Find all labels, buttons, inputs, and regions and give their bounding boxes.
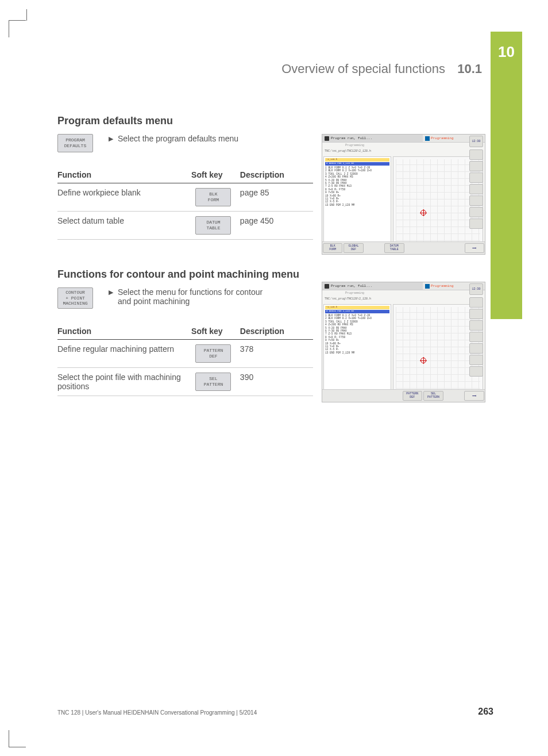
ss-side-button <box>469 184 483 194</box>
ss-highlighted-line: 0 BEGIN PGM 2_128 MM <box>325 162 389 166</box>
ss-side-button <box>469 218 483 229</box>
ss-grid <box>396 307 480 396</box>
screenshot-program-defaults: Program run, full... Programming 12:30 P… <box>322 134 485 255</box>
ss-sel-pattern-button: SEL PATTERN <box>423 391 443 401</box>
ss-file-path: TNC:\nc_prog\TNC128\2_128.h <box>325 149 371 153</box>
section-heading: Functions for contour and point machinin… <box>57 268 488 281</box>
arrow-right-icon <box>325 284 329 289</box>
mode-icon <box>425 284 430 289</box>
ss-side-button <box>469 320 483 331</box>
ss-blk-form-button: BLK FORM <box>323 243 342 253</box>
instruction-text: Select the program defaults menu <box>118 134 238 143</box>
ss-side-button <box>469 161 483 171</box>
page-footer: TNC 128 | User's Manual HEIDENHAIN Conve… <box>57 707 493 717</box>
crosshair-icon <box>420 358 426 363</box>
table-row: Define regular machining pattern PATTERN… <box>57 339 313 367</box>
chapter-number: 10 <box>498 43 515 61</box>
ss-empty-button <box>445 391 464 401</box>
ss-highlighted-line: 0 BEGIN PGM 2_128 MM <box>325 310 389 313</box>
ss-side-button <box>469 207 483 217</box>
ss-arrow-button: ⟶ <box>464 391 484 401</box>
ss-empty-button <box>425 243 443 253</box>
ss-code-line: 13 END PGM 2_128 MM <box>325 351 389 354</box>
pattern-def-softkey: PATTERN DEF <box>195 344 231 363</box>
ss-empty-button <box>383 391 402 401</box>
ss-arrow-button: ⟶ <box>465 243 484 253</box>
ss-empty-button <box>406 243 424 253</box>
section-heading: Program defaults menu <box>57 115 488 127</box>
ss-side-button <box>469 172 483 183</box>
ss-file-tab: →2_128.h <box>325 306 389 309</box>
page-header: Overview of special functions 10.1 <box>281 62 482 76</box>
ss-side-button <box>469 332 483 342</box>
cell-function: Select the point file with machining pos… <box>57 367 191 396</box>
ss-subtitle: Programming <box>345 144 364 147</box>
th-softkey: Soft key <box>191 167 240 183</box>
ss-empty-button <box>365 243 383 253</box>
table-row: Select the point file with machining pos… <box>57 367 313 396</box>
ss-softkey-bar: BLK FORM GLOBAL DEF DATUM TABLE ⟶ <box>322 241 485 254</box>
arrow-icon: ▶ <box>109 135 113 143</box>
ss-side-button <box>469 149 483 160</box>
cell-function: Define regular machining pattern <box>57 339 191 367</box>
header-title-text: Overview of special functions <box>281 62 445 76</box>
ss-empty-button <box>445 243 463 253</box>
ss-side-button <box>469 195 483 206</box>
ss-empty-button <box>323 391 342 401</box>
footer-text: TNC 128 | User's Manual HEIDENHAIN Conve… <box>57 709 257 716</box>
th-description: Description <box>240 323 313 340</box>
chapter-tab: 10 <box>491 32 522 319</box>
crosshair-icon <box>420 210 426 216</box>
table-row: Define workpiece blank BLK FORM page 85 <box>57 183 313 212</box>
ss-softkey-bar: PATTERN DEF SEL PATTERN ⟶ <box>322 389 485 402</box>
cell-description: page 85 <box>240 183 313 212</box>
header-section-number: 10.1 <box>457 62 482 76</box>
crop-mark-top-left <box>9 20 26 37</box>
page-number: 263 <box>478 707 493 717</box>
ss-empty-button <box>362 391 381 401</box>
ss-title-left: Program run, full... <box>322 135 423 142</box>
ss-file-tab: →2_128.h <box>325 158 389 162</box>
ss-code-panel: →2_128.h 0 BEGIN PGM 2_128 MM 1 BLK FORM… <box>323 304 391 402</box>
ss-side-buttons <box>469 149 483 230</box>
th-function: Function <box>57 323 191 340</box>
screenshot-contour-point: Program run, full... Programming 12:30 P… <box>322 282 485 402</box>
contour-point-table: Function Soft key Description Define reg… <box>57 323 313 396</box>
ss-clock-button: 12:30 <box>469 136 483 147</box>
sel-pattern-softkey: SEL PATTERN <box>195 373 231 391</box>
program-defaults-softkey: PROGRAM DEFAULTS <box>57 134 93 152</box>
ss-code-panel: →2_128.h 0 BEGIN PGM 2_128 MM 1 BLK FORM… <box>323 156 391 254</box>
ss-empty-button <box>343 391 362 401</box>
arrow-icon: ▶ <box>109 289 113 296</box>
ss-side-button <box>469 366 483 377</box>
crop-mark-bottom-left <box>9 730 26 747</box>
cell-function: Define workpiece blank <box>57 183 191 212</box>
th-function: Function <box>57 167 191 183</box>
ss-side-button <box>469 355 483 365</box>
blk-form-softkey: BLK FORM <box>195 188 231 206</box>
cell-description: page 450 <box>240 212 313 240</box>
cell-function: Select datum table <box>57 212 191 240</box>
ss-side-button <box>469 297 483 308</box>
table-row: Select datum table DATUM TABLE page 450 <box>57 212 313 240</box>
ss-datum-table-button: DATUM TABLE <box>384 243 404 253</box>
ss-file-path: TNC:\nc_prog\TNC128\2_128.h <box>325 297 371 301</box>
th-softkey: Soft key <box>191 323 240 340</box>
ss-global-def-button: GLOBAL DEF <box>344 243 363 253</box>
ss-grid <box>396 159 480 248</box>
contour-point-softkey: CONTOUR + POINT MACHINING <box>57 287 93 309</box>
ss-subtitle: Programming <box>345 291 364 295</box>
ss-side-button <box>469 309 483 319</box>
ss-side-button <box>469 343 483 354</box>
ss-pattern-def-button: PATTERN DEF <box>403 391 423 401</box>
datum-table-softkey: DATUM TABLE <box>195 216 231 235</box>
ss-code-line: 13 END PGM 2_128 MM <box>325 204 389 206</box>
cell-description: 390 <box>240 367 313 396</box>
instruction-text: Select the menu for functions for contou… <box>118 287 269 306</box>
ss-side-buttons <box>469 297 483 378</box>
program-defaults-table: Function Soft key Description Define wor… <box>57 167 313 240</box>
arrow-right-icon <box>325 136 329 141</box>
cell-description: 378 <box>240 339 313 367</box>
ss-clock-button: 12:30 <box>469 283 483 295</box>
th-description: Description <box>240 167 313 183</box>
